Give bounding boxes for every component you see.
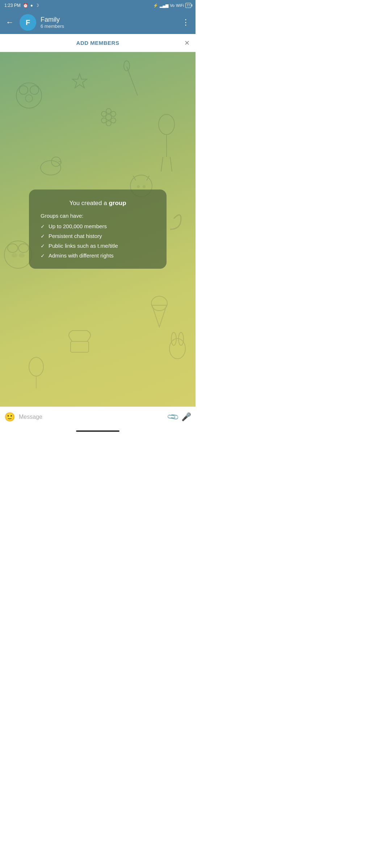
group-info-card: You created a group Groups can have: ✓ U… <box>29 190 167 269</box>
svg-point-22 <box>19 253 25 258</box>
more-options-button[interactable]: ⋮ <box>180 16 191 29</box>
svg-point-29 <box>101 111 106 116</box>
svg-point-3 <box>25 95 33 102</box>
feature-item-2: Persistent chat history <box>49 233 102 239</box>
svg-line-9 <box>161 157 163 171</box>
mic-button[interactable]: 🎤 <box>181 412 191 422</box>
moon-icon: ☽ <box>35 3 39 8</box>
feature-item-1: Up to 200,000 members <box>49 223 107 229</box>
info-card-subtitle: Groups can have: <box>41 213 155 219</box>
svg-point-18 <box>4 241 32 268</box>
battery-icon: 77 <box>185 3 191 8</box>
info-card-title: You created a group <box>41 200 155 207</box>
signal-icon: ▂▄▆ <box>160 3 168 8</box>
group-name[interactable]: Family <box>41 16 176 24</box>
wifi-icon: WiFi <box>176 3 184 8</box>
svg-point-11 <box>41 161 61 175</box>
whatsapp-icon: ● <box>30 3 33 8</box>
svg-point-26 <box>111 118 116 123</box>
svg-point-24 <box>106 109 111 114</box>
checkmark-icon: ✓ <box>41 233 45 239</box>
svg-point-1 <box>19 86 28 94</box>
svg-point-19 <box>8 244 18 252</box>
svg-point-32 <box>29 357 43 376</box>
alarm-icon: ⏰ <box>23 3 28 8</box>
svg-point-21 <box>12 253 17 258</box>
list-item: ✓ Admins with different rights <box>41 252 155 259</box>
feature-item-3: Public links such as t.me/title <box>49 243 118 249</box>
svg-point-23 <box>106 114 112 120</box>
back-button[interactable]: ← <box>4 16 15 29</box>
list-item: ✓ Public links such as t.me/title <box>41 243 155 249</box>
svg-point-25 <box>111 111 116 116</box>
svg-point-28 <box>101 118 106 123</box>
message-input[interactable] <box>19 414 164 420</box>
header-info: Family 6 members <box>41 16 176 29</box>
add-members-label[interactable]: ADD MEMBERS <box>76 40 119 46</box>
home-indicator <box>0 427 196 434</box>
checkmark-icon: ✓ <box>41 243 45 249</box>
svg-point-27 <box>106 121 111 126</box>
attach-button[interactable]: 📎 <box>166 410 180 424</box>
svg-point-6 <box>124 61 130 71</box>
svg-point-16 <box>137 185 140 188</box>
status-left: 1:23 PM ⏰ ● ☽ <box>4 3 39 8</box>
svg-point-20 <box>18 244 29 252</box>
status-right: ⚡ ▂▄▆ Vo WiFi 77 <box>153 3 191 8</box>
home-bar <box>76 430 119 432</box>
bluetooth-icon: ⚡ <box>153 3 158 8</box>
checkmark-icon: ✓ <box>41 253 45 259</box>
svg-point-31 <box>151 296 167 311</box>
svg-line-10 <box>170 157 172 171</box>
svg-line-5 <box>127 67 138 95</box>
chat-area: You created a group Groups can have: ✓ U… <box>0 52 196 407</box>
svg-rect-30 <box>71 341 89 352</box>
members-count: 6 members <box>41 24 176 29</box>
svg-point-7 <box>159 114 175 135</box>
list-item: ✓ Up to 200,000 members <box>41 223 155 229</box>
list-item: ✓ Persistent chat history <box>41 233 155 239</box>
svg-point-17 <box>143 185 146 188</box>
chat-header: ← F Family 6 members ⋮ <box>0 11 196 34</box>
status-time: 1:23 PM <box>4 3 21 8</box>
status-bar: 1:23 PM ⏰ ● ☽ ⚡ ▂▄▆ Vo WiFi 77 <box>0 0 196 11</box>
svg-marker-4 <box>72 74 87 88</box>
emoji-button[interactable]: 🙂 <box>4 412 15 422</box>
feature-item-4: Admins with different rights <box>49 252 114 259</box>
checkmark-icon: ✓ <box>41 224 45 229</box>
svg-point-2 <box>30 86 39 94</box>
svg-point-0 <box>16 83 42 108</box>
vo-wifi-icon: Vo <box>170 3 175 8</box>
group-avatar: F <box>20 14 36 31</box>
close-add-members-button[interactable]: ✕ <box>184 39 190 47</box>
message-bar: 🙂 📎 🎤 <box>0 407 196 427</box>
info-card-list: ✓ Up to 200,000 members ✓ Persistent cha… <box>41 223 155 259</box>
add-members-bar: ADD MEMBERS ✕ <box>0 34 196 52</box>
